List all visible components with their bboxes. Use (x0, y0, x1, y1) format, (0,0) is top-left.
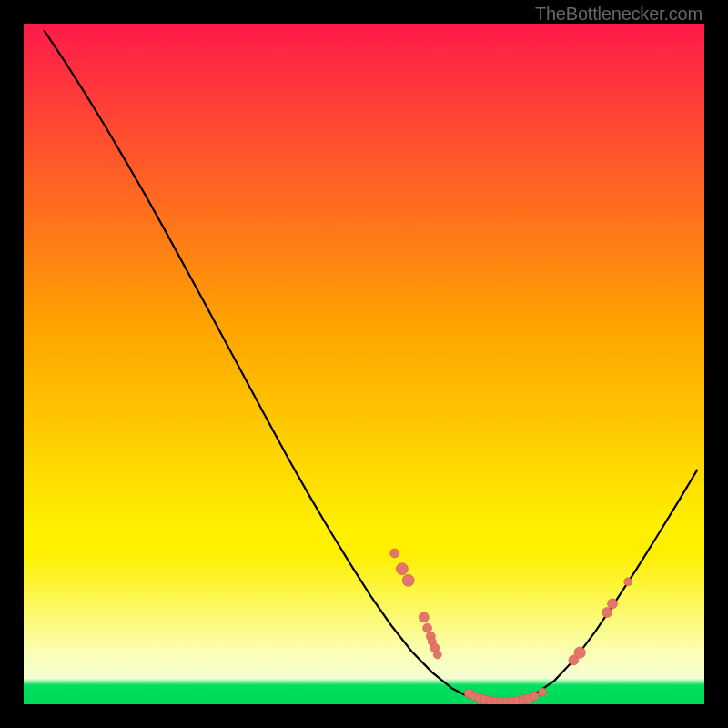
data-marker (538, 688, 546, 696)
data-marker (402, 574, 414, 586)
data-marker (423, 623, 432, 632)
data-marker (530, 692, 539, 701)
data-marker (574, 647, 585, 658)
data-marker (624, 578, 632, 586)
data-marker (433, 651, 441, 659)
data-marker (602, 608, 612, 618)
chart-frame (24, 24, 704, 704)
bottleneck-chart (24, 24, 704, 704)
data-marker (419, 612, 429, 622)
chart-background (24, 24, 704, 704)
data-marker (390, 549, 399, 558)
watermark-text: TheBottlenecker.com (535, 4, 703, 25)
data-marker (396, 563, 408, 575)
data-marker (608, 599, 618, 609)
